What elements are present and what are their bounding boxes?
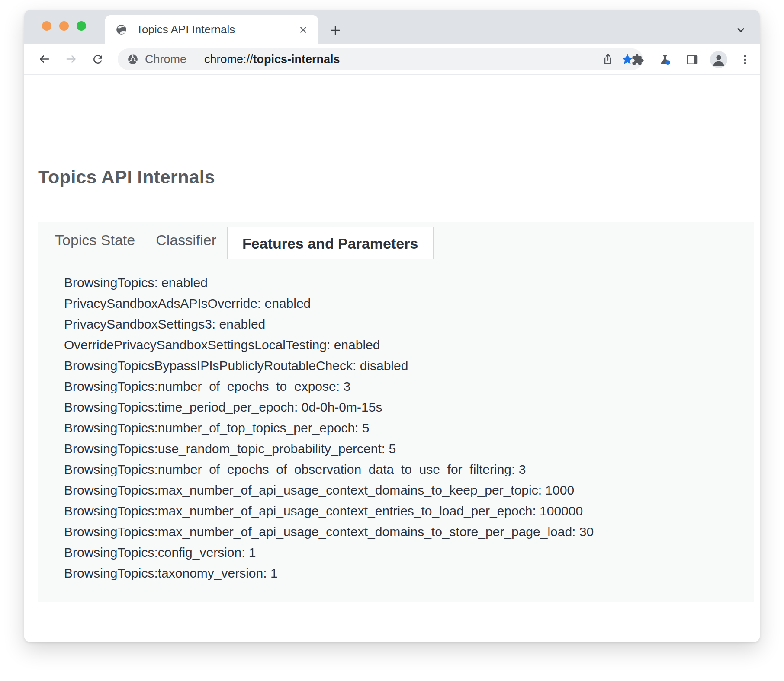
new-tab-icon[interactable] <box>326 21 345 40</box>
profile-avatar-icon[interactable] <box>710 51 727 68</box>
tab-topics-state[interactable]: Topics State <box>45 232 145 249</box>
parameter-row: BrowsingTopics:max_number_of_api_usage_c… <box>64 521 736 542</box>
parameter-row: PrivacySandboxSettings3: enabled <box>64 314 736 335</box>
parameter-row: BrowsingTopicsBypassIPIsPubliclyRoutable… <box>64 355 736 376</box>
page-tabs: Topics StateClassifierFeatures and Param… <box>38 222 754 259</box>
overflow-menu-icon[interactable] <box>736 50 755 69</box>
url-text: chrome://topics-internals <box>204 53 340 66</box>
parameter-row: BrowsingTopics: enabled <box>64 272 736 293</box>
parameter-row: BrowsingTopics:number_of_top_topics_per_… <box>64 418 736 438</box>
share-icon[interactable] <box>601 53 614 66</box>
labs-flask-icon[interactable] <box>655 50 675 69</box>
parameter-row: BrowsingTopics:use_random_topic_probabil… <box>64 438 736 459</box>
parameter-row: BrowsingTopics:config_version: 1 <box>64 542 736 563</box>
traffic-lights <box>42 21 86 31</box>
extensions-puzzle-icon[interactable] <box>628 50 647 69</box>
globe-icon <box>116 24 127 35</box>
parameter-row: BrowsingTopics:max_number_of_api_usage_c… <box>64 501 736 521</box>
url-host: topics-internals <box>253 53 340 66</box>
parameter-row: OverridePrivacySandboxSettingsLocalTesti… <box>64 335 736 355</box>
chevron-down-icon[interactable] <box>731 20 750 39</box>
back-arrow-icon[interactable] <box>35 50 54 69</box>
traffic-light-minimize[interactable] <box>59 21 69 31</box>
traffic-light-close[interactable] <box>42 21 51 31</box>
parameter-row: BrowsingTopics:taxonomy_version: 1 <box>64 563 736 584</box>
browser-tab[interactable]: Topics API Internals <box>105 15 318 44</box>
url-scheme: chrome:// <box>204 53 253 66</box>
page-title: Topics API Internals <box>38 166 215 188</box>
tab-classifier[interactable]: Classifier <box>145 232 227 249</box>
parameter-row: BrowsingTopics:time_period_per_epoch: 0d… <box>64 397 736 418</box>
site-chip-label: Chrome <box>145 53 186 66</box>
reload-icon[interactable] <box>88 50 107 69</box>
parameter-list: BrowsingTopics: enabledPrivacySandboxAds… <box>38 259 754 584</box>
address-bar[interactable]: Chrome chrome://topics-internals <box>118 48 643 70</box>
screenshot-stage: Topics API Internals <box>0 0 784 681</box>
tab-box: Topics StateClassifierFeatures and Param… <box>38 222 754 602</box>
parameter-row: BrowsingTopics:number_of_epochs_of_obser… <box>64 459 736 480</box>
chip-divider <box>193 53 193 66</box>
parameter-row: BrowsingTopics:number_of_epochs_to_expos… <box>64 376 736 397</box>
traffic-light-maximize[interactable] <box>77 21 86 31</box>
parameter-row: PrivacySandboxAdsAPIsOverride: enabled <box>64 293 736 314</box>
tab-features-and-parameters[interactable]: Features and Parameters <box>227 227 434 259</box>
page-content: Topics API Internals Topics StateClassif… <box>24 75 760 641</box>
side-panel-icon[interactable] <box>683 50 702 69</box>
tab-title: Topics API Internals <box>136 23 297 36</box>
browser-toolbar: Chrome chrome://topics-internals <box>24 44 760 75</box>
chrome-logo-icon <box>127 54 138 65</box>
forward-arrow-icon[interactable] <box>61 50 80 69</box>
close-tab-icon[interactable] <box>297 24 309 36</box>
browser-window: Topics API Internals <box>24 10 760 642</box>
parameter-row: BrowsingTopics:max_number_of_api_usage_c… <box>64 480 736 501</box>
browser-tabstrip: Topics API Internals <box>24 10 760 44</box>
